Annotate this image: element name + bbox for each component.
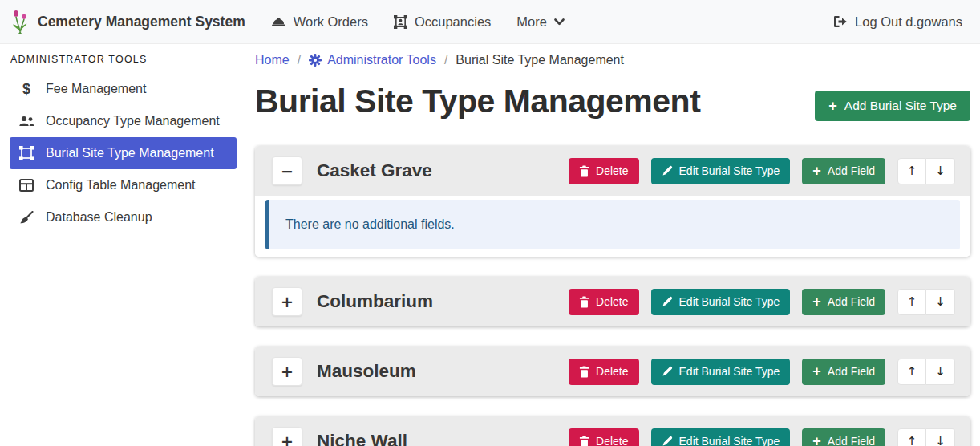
sidebar-item-config-table-management[interactable]: Config Table Management	[10, 169, 237, 201]
plus-icon: +	[812, 164, 821, 178]
panel-actions: Delete Edit Burial Site Type + Add Field	[569, 359, 955, 385]
add-field-button-label: Add Field	[828, 365, 875, 378]
expand-toggle-button[interactable]: +	[272, 287, 302, 316]
sidebar-item-database-cleanup[interactable]: Database Cleanup	[10, 201, 237, 233]
move-down-button[interactable]: ↓	[926, 289, 955, 315]
panel-niche-wall: + Niche Wall Delete	[255, 416, 970, 446]
users-icon	[16, 115, 37, 128]
move-down-button[interactable]: ↓	[926, 158, 955, 184]
plus-icon: +	[812, 294, 821, 309]
sidebar-item-label: Occupancy Type Management	[46, 114, 220, 128]
delete-button-label: Delete	[596, 295, 628, 308]
page-title: Burial Site Type Management	[255, 81, 700, 122]
plus-icon: +	[828, 99, 837, 113]
reorder-button-group: ↑ ↓	[897, 428, 955, 446]
delete-button[interactable]: Delete	[569, 158, 638, 184]
delete-button[interactable]: Delete	[569, 428, 638, 446]
add-field-button-label: Add Field	[828, 164, 875, 177]
breadcrumb-current-page: Burial Site Type Management	[456, 53, 624, 67]
plus-icon: +	[812, 364, 821, 379]
app-window: Cemetery Management System Work Orders	[0, 0, 980, 446]
nav-item-occupancies[interactable]: Occupancies	[394, 14, 491, 30]
panel-actions: Delete Edit Burial Site Type + Add Field	[569, 289, 955, 315]
breadcrumb-separator: /	[444, 53, 447, 67]
breadcrumb-admin-tools-link[interactable]: Administrator Tools	[309, 53, 436, 67]
edit-button-label: Edit Burial Site Type	[679, 365, 780, 378]
logout-label: Log Out d.gowans	[855, 14, 962, 30]
logout-button[interactable]: Log Out d.gowans	[833, 14, 962, 30]
collapse-toggle-button[interactable]: −	[272, 156, 302, 185]
panel-casket-grave: − Casket Grave Delete	[255, 146, 970, 257]
add-field-button[interactable]: + Add Field	[802, 289, 885, 315]
chevron-down-icon	[554, 18, 565, 26]
trash-icon	[579, 296, 589, 308]
nav-item-work-orders[interactable]: Work Orders	[271, 14, 368, 30]
delete-button-label: Delete	[596, 365, 628, 378]
add-field-button[interactable]: + Add Field	[802, 359, 885, 385]
nav-item-label: Work Orders	[294, 14, 368, 30]
trash-icon	[579, 436, 589, 446]
expand-toggle-button[interactable]: +	[272, 427, 302, 446]
breadcrumb-separator: /	[298, 53, 301, 67]
no-fields-message: There are no additional fields.	[285, 217, 455, 231]
add-field-button-label: Add Field	[828, 295, 875, 308]
breadcrumb-home-link[interactable]: Home	[255, 53, 290, 67]
move-down-button[interactable]: ↓	[926, 359, 955, 385]
edit-burial-site-type-button[interactable]: Edit Burial Site Type	[651, 428, 791, 446]
brand-home-link[interactable]: Cemetery Management System	[10, 9, 245, 34]
move-up-button[interactable]: ↑	[897, 428, 926, 446]
delete-button[interactable]: Delete	[569, 289, 638, 315]
add-field-button[interactable]: + Add Field	[802, 158, 885, 184]
burial-site-type-list: − Casket Grave Delete	[255, 146, 970, 446]
breadcrumb: Home / Administrator Tools / Burial S	[255, 52, 970, 68]
top-navbar: Cemetery Management System Work Orders	[0, 0, 980, 44]
breadcrumb-label: Administrator Tools	[327, 53, 436, 67]
panel-body: There are no additional fields.	[255, 196, 970, 257]
panel-header: + Columbarium Delete	[255, 277, 970, 326]
trash-icon	[579, 165, 589, 177]
nav-item-label: Occupancies	[415, 14, 491, 30]
nav-item-more[interactable]: More	[516, 14, 565, 30]
main-nav: Work Orders Occupancies More	[271, 14, 565, 30]
main-content: Home / Administrator Tools / Burial S	[249, 44, 980, 446]
brand-title: Cemetery Management System	[38, 14, 245, 30]
delete-button[interactable]: Delete	[569, 359, 638, 385]
pencil-icon	[662, 436, 673, 446]
move-up-button[interactable]: ↑	[897, 359, 926, 385]
sidebar-item-occupancy-type-management[interactable]: Occupancy Type Management	[10, 105, 237, 137]
expand-toggle-button[interactable]: +	[272, 357, 302, 386]
sidebar-item-label: Fee Management	[46, 82, 146, 96]
nav-item-label: More	[516, 14, 547, 30]
edit-burial-site-type-button[interactable]: Edit Burial Site Type	[651, 158, 791, 184]
sidebar-item-label: Database Cleanup	[46, 210, 152, 225]
move-up-button[interactable]: ↑	[897, 158, 926, 184]
reorder-button-group: ↑ ↓	[897, 158, 955, 184]
panel-actions: Delete Edit Burial Site Type + Add Field	[569, 158, 955, 184]
dollar-icon: $	[16, 81, 37, 98]
sidebar-item-burial-site-type-management[interactable]: Burial Site Type Management	[10, 137, 237, 169]
pencil-icon	[662, 366, 673, 377]
hard-hat-icon	[271, 16, 286, 28]
gear-icon	[309, 54, 322, 67]
occupancy-frame-icon	[394, 15, 407, 29]
sidebar-heading: ADMINISTRATOR TOOLS	[10, 54, 249, 65]
edit-burial-site-type-button[interactable]: Edit Burial Site Type	[651, 359, 791, 385]
edit-button-label: Edit Burial Site Type	[679, 295, 780, 308]
add-burial-site-type-label: Add Burial Site Type	[844, 99, 957, 113]
panel-header: + Niche Wall Delete	[255, 416, 970, 446]
pencil-icon	[662, 165, 673, 176]
add-field-button[interactable]: + Add Field	[802, 428, 885, 446]
breadcrumb-label: Home	[255, 53, 290, 67]
move-up-button[interactable]: ↑	[897, 289, 926, 315]
sidebar-item-fee-management[interactable]: $ Fee Management	[10, 73, 237, 105]
trash-icon	[579, 366, 589, 378]
edit-burial-site-type-button[interactable]: Edit Burial Site Type	[651, 289, 791, 315]
delete-button-label: Delete	[596, 164, 628, 177]
no-fields-alert: There are no additional fields.	[265, 200, 960, 249]
panel-columbarium: + Columbarium Delete	[255, 277, 970, 326]
sidebar-item-label: Burial Site Type Management	[46, 146, 214, 160]
move-down-button[interactable]: ↓	[926, 428, 955, 446]
panel-mausoleum: + Mausoleum Delete	[255, 347, 970, 396]
add-burial-site-type-button[interactable]: + Add Burial Site Type	[815, 91, 970, 121]
edit-button-label: Edit Burial Site Type	[679, 164, 780, 177]
